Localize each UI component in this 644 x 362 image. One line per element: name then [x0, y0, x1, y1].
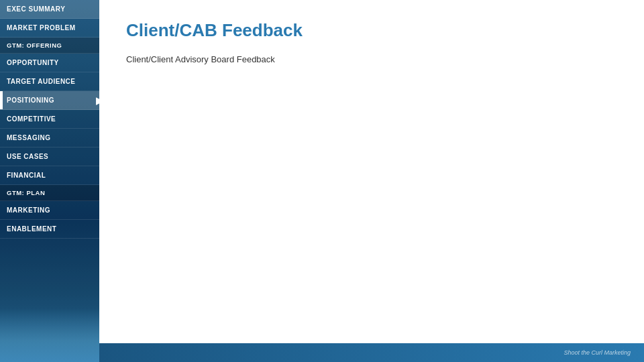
sidebar-item-market-problem[interactable]: MARKET PROBLEM — [0, 19, 99, 38]
sidebar: EXEC SUMMARYMARKET PROBLEMGTM: OFFERINGO… — [0, 0, 99, 362]
sidebar-item-opportunity[interactable]: OPPORTUNITY — [0, 54, 99, 72]
page-subtitle: Client/Client Advisory Board Feedback — [126, 54, 617, 64]
sidebar-item-exec-summary[interactable]: EXEC SUMMARY — [0, 0, 99, 19]
sidebar-item-positioning[interactable]: POSITIONING — [0, 91, 99, 110]
main-content: Client/CAB Feedback Client/Client Adviso… — [99, 0, 644, 362]
sidebar-item-gtm-plan[interactable]: GTM: PLAN — [0, 185, 99, 201]
bottom-bar: Shoot the Curl Marketing — [99, 343, 644, 362]
sidebar-nav: EXEC SUMMARYMARKET PROBLEMGTM: OFFERINGO… — [0, 0, 99, 239]
sidebar-item-marketing[interactable]: MARKETING — [0, 201, 99, 220]
sidebar-item-competitive[interactable]: COMPETITIVE — [0, 110, 99, 129]
sidebar-item-messaging[interactable]: MESSAGING — [0, 129, 99, 147]
sidebar-item-gtm-offering[interactable]: GTM: OFFERING — [0, 38, 99, 54]
footer-text: Shoot the Curl Marketing — [564, 349, 631, 356]
sidebar-item-target-audience[interactable]: TARGET AUDIENCE — [0, 72, 99, 91]
sidebar-item-use-cases[interactable]: USE CASES — [0, 147, 99, 166]
sidebar-item-financial[interactable]: FINANCIAL — [0, 166, 99, 185]
sidebar-item-enablement[interactable]: ENABLEMENT — [0, 220, 99, 239]
page-title: Client/CAB Feedback — [126, 20, 617, 41]
sidebar-wave-decoration — [0, 308, 99, 362]
